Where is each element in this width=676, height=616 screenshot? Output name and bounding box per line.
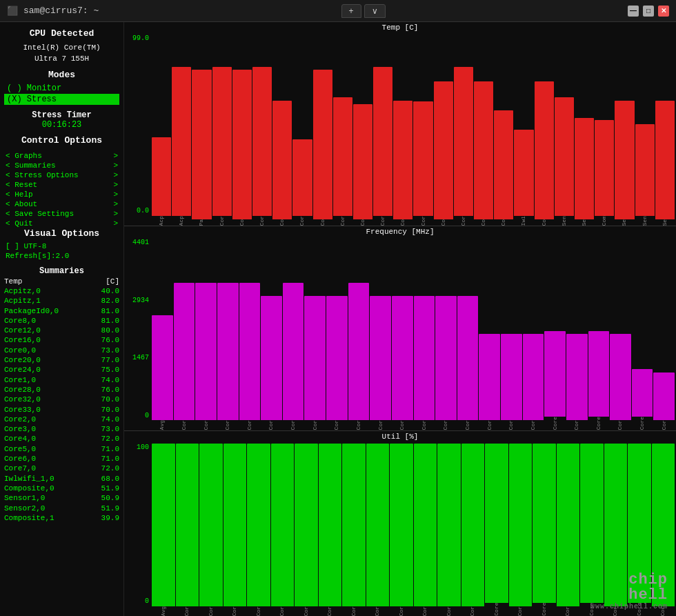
tab-chevron-button[interactable]: ∨	[364, 4, 386, 18]
bar	[152, 315, 173, 421]
control-item[interactable]: < Stress Options>	[4, 170, 119, 180]
bar-column: Co	[434, 34, 453, 226]
cpu-model: Ultra 7 155H	[4, 54, 119, 64]
bar	[509, 444, 533, 606]
bar-label: Acp	[179, 216, 184, 226]
minimize-button[interactable]: —	[628, 6, 639, 17]
control-item[interactable]: < Help>	[4, 190, 119, 199]
bar-label: Cor	[617, 420, 623, 430]
bar-label: Co	[360, 219, 366, 226]
bar-label: Co	[441, 219, 446, 226]
close-button[interactable]: ✕	[658, 6, 669, 17]
bar	[494, 110, 513, 219]
summaries-col1: Temp	[4, 277, 22, 286]
bar-label: Com	[602, 216, 607, 226]
bar	[304, 296, 326, 420]
bar	[575, 118, 594, 219]
bar-label: Cor	[443, 420, 448, 430]
bar-label: Iwl	[521, 216, 526, 226]
new-tab-button[interactable]: +	[341, 4, 361, 18]
util-chart-title: Util [%]	[124, 431, 676, 442]
summary-name: Core7,0	[4, 464, 36, 473]
bar-label: Cor	[399, 606, 404, 616]
control-item[interactable]: < Save Settings>	[4, 209, 119, 219]
bar-column: Cor	[523, 239, 544, 430]
bar-column: Cor	[366, 444, 390, 616]
titlebar-left: ⬛ sam@cirrus7: ~	[7, 6, 99, 17]
bar-column: Core	[588, 239, 610, 430]
charts-area: Temp [C] 99.0 0.0 AcpAcpPaCorCoCorCoCorC…	[124, 22, 676, 616]
summary-name: Core5,0	[4, 444, 36, 454]
bar-column: Cor	[326, 239, 348, 430]
freq-chart-section: Frequency [MHz] 4401 2934 1467 0 AvgCorC…	[124, 226, 676, 430]
mode-stress[interactable]: (X) Stress	[4, 94, 119, 105]
bar-label: Cor	[421, 216, 426, 226]
control-item[interactable]: < Reset>	[4, 180, 119, 190]
summary-value: 40.0	[101, 286, 119, 296]
control-item[interactable]: < Graphs>	[4, 151, 119, 161]
bar-column: Avg	[152, 444, 175, 616]
control-item[interactable]: < About>	[4, 199, 119, 209]
bar-column: Co	[353, 34, 372, 226]
control-options-title: Control Options	[4, 135, 119, 146]
titlebar-controls: — □ ✕	[628, 6, 669, 17]
summaries-col2: [C]	[106, 277, 119, 286]
bar	[261, 296, 282, 420]
bar	[390, 444, 413, 606]
bar-column: Co	[535, 34, 554, 226]
bar	[461, 444, 485, 606]
bar	[454, 67, 473, 216]
bar-column: Cor	[342, 444, 366, 616]
bar-column: Co	[313, 34, 332, 226]
main-area: CPU Detected Intel(R) Core(TM) Ultra 7 1…	[0, 22, 676, 616]
bar-label: Cor	[232, 606, 237, 616]
bar-label: Core	[494, 603, 499, 616]
bar-column: Co	[393, 34, 412, 226]
bar	[434, 81, 453, 219]
bar-label: Co	[279, 219, 285, 226]
bar-label: Se	[622, 219, 627, 226]
bar-label: Cor	[351, 606, 357, 616]
bar-label: Sen	[561, 216, 567, 226]
control-label: < Graphs	[6, 152, 42, 160]
bar-label: Cor	[461, 216, 466, 226]
bar-column: Sen	[635, 34, 655, 226]
bar-column: Co	[474, 34, 493, 226]
cpu-detected-label: CPU Detected	[4, 28, 119, 40]
summary-name: Acpitz,0	[4, 286, 41, 296]
summaries-header: Temp [C]	[4, 277, 119, 286]
cpu-brand: Intel(R) Core(TM)	[4, 43, 119, 53]
control-options-section: Control Options	[4, 135, 119, 146]
bar-label: Cor	[530, 420, 536, 430]
bar	[437, 444, 461, 606]
bar	[247, 444, 270, 606]
bar-label: Cor	[327, 606, 332, 616]
maximize-button[interactable]: □	[643, 6, 654, 17]
bar-column: Cor	[653, 239, 675, 430]
summary-value: 73.0	[101, 424, 119, 434]
control-item[interactable]: < Quit>	[4, 219, 119, 228]
modes-title: Modes	[4, 70, 119, 80]
bar	[413, 101, 433, 216]
summary-row: Sensor1,050.9	[4, 493, 119, 503]
bar	[635, 124, 655, 216]
mode-monitor[interactable]: ( ) Monitor	[4, 83, 119, 94]
summary-value: 81.0	[101, 306, 119, 316]
summary-value: 51.9	[101, 484, 119, 493]
temp-bars-container: AcpAcpPaCorCoCorCoCorCoCorCoCorCoCorCoCo…	[150, 33, 676, 226]
bar	[474, 81, 493, 219]
bar	[223, 444, 247, 606]
visual-options-title: Visual Options	[4, 228, 119, 239]
bar	[252, 67, 272, 216]
summary-row: Composite,139.9	[4, 513, 119, 523]
temp-chart-area: 99.0 0.0 AcpAcpPaCorCoCorCoCorCoCorCoCor…	[124, 33, 676, 226]
bar-label: Cor	[508, 420, 514, 430]
temp-scale-bot: 0.0	[126, 207, 149, 215]
bar-label: Cor	[208, 606, 214, 616]
bar-column: Avg	[152, 239, 173, 430]
summary-name: Core12,0	[4, 326, 41, 335]
control-item[interactable]: < Summaries>	[4, 161, 119, 170]
summary-name: Core3,0	[4, 424, 36, 434]
bar	[192, 70, 211, 219]
bar-column: Cor	[370, 239, 391, 430]
